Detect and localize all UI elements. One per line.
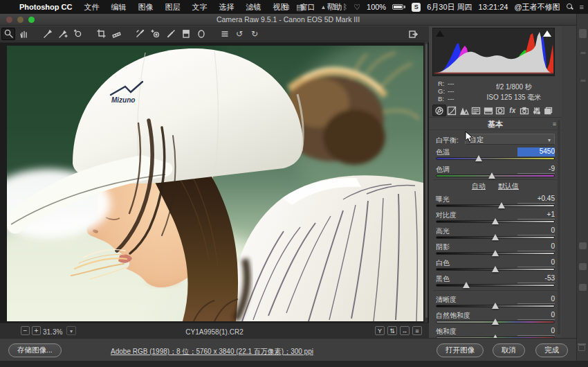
rotate-right-icon[interactable]: ↻ bbox=[248, 28, 261, 40]
white-balance-dropdown[interactable]: 自定 ▾ bbox=[465, 134, 555, 145]
radial-filter-tool-icon[interactable] bbox=[194, 28, 208, 40]
menubar-date[interactable]: 6月30日 周四 bbox=[427, 2, 472, 12]
menu-image[interactable]: 图像 bbox=[138, 2, 153, 12]
chart-icon[interactable]: ▲ bbox=[320, 4, 326, 10]
vibrance-value[interactable]: 0 bbox=[517, 311, 555, 320]
preview-settings-button[interactable]: ≡ bbox=[412, 326, 422, 335]
blacks-track[interactable] bbox=[436, 284, 555, 287]
slider-exposure: 曝光 +0.45 bbox=[436, 195, 555, 210]
tint-track[interactable] bbox=[436, 174, 555, 177]
contrast-value[interactable]: +1 bbox=[517, 211, 555, 220]
heart-icon[interactable]: ♡ bbox=[353, 3, 360, 12]
histogram[interactable] bbox=[432, 28, 555, 76]
temperature-track[interactable] bbox=[436, 157, 555, 160]
app-menu-title[interactable]: Photoshop CC bbox=[19, 3, 72, 11]
exposure-track[interactable] bbox=[436, 204, 555, 207]
whites-track[interactable] bbox=[436, 268, 555, 271]
paw-icon[interactable]: ∴ bbox=[309, 3, 314, 12]
menubar: Photoshop CC 文件 编辑 图像 图层 文字 选择 滤镜 视图 窗口 … bbox=[0, 0, 588, 14]
slider-contrast: 对比度 +1 bbox=[436, 211, 555, 226]
clarity-value[interactable]: 0 bbox=[517, 295, 555, 304]
tab-tone-curve[interactable] bbox=[446, 105, 459, 116]
menu-filter[interactable]: 滤镜 bbox=[246, 2, 261, 12]
preview-scrollbar[interactable] bbox=[424, 42, 428, 323]
adjustment-brush-tool-icon[interactable] bbox=[163, 28, 177, 40]
before-after-vertical-button[interactable]: ⇅ bbox=[387, 326, 397, 335]
workflow-options-link[interactable]: Adobe RGB (1998)；8 位；5760 x 3840 (22.1 百… bbox=[0, 347, 424, 357]
temperature-value[interactable]: 5450 bbox=[517, 147, 555, 156]
targeted-adjustment-tool-icon[interactable] bbox=[71, 28, 84, 40]
shadows-value[interactable]: 0 bbox=[517, 242, 555, 251]
panel-title: 基本 bbox=[429, 119, 562, 129]
open-image-button[interactable]: 打开图像 bbox=[437, 343, 484, 357]
menubar-clock[interactable]: 13:21:24 bbox=[479, 3, 508, 11]
red-eye-tool-icon[interactable] bbox=[148, 28, 162, 40]
menu-file[interactable]: 文件 bbox=[84, 2, 99, 12]
tab-split-toning[interactable] bbox=[482, 105, 495, 116]
graduated-filter-tool-icon[interactable] bbox=[178, 28, 192, 40]
preset-list-icon[interactable] bbox=[217, 28, 231, 40]
tab-snapshots[interactable] bbox=[543, 105, 555, 116]
control-center-icon[interactable]: ≡ bbox=[580, 3, 584, 11]
menu-type[interactable]: 文字 bbox=[192, 2, 207, 12]
panel-scrollbar[interactable] bbox=[558, 120, 560, 334]
zoom-window-button[interactable] bbox=[28, 17, 35, 23]
window-icon[interactable]: ⊞ bbox=[284, 3, 290, 12]
tab-lens-corrections[interactable] bbox=[495, 105, 507, 116]
crop-tool-icon[interactable] bbox=[94, 28, 108, 40]
highlight-clipping-icon[interactable] bbox=[543, 30, 551, 37]
toggle-fullscreen-icon[interactable] bbox=[405, 28, 419, 40]
photo-canvas[interactable]: Mizuno bbox=[7, 46, 423, 321]
g-value: --- bbox=[448, 87, 454, 95]
tab-basic[interactable] bbox=[432, 105, 446, 116]
keyboard-icon[interactable]: ▤ bbox=[296, 3, 303, 12]
zoom-tool-icon[interactable] bbox=[1, 28, 15, 40]
default-link[interactable]: 默认值 bbox=[498, 181, 519, 191]
blacks-value[interactable]: -53 bbox=[517, 274, 555, 283]
image-preview-area[interactable]: Mizuno bbox=[0, 42, 429, 323]
hand-tool-icon[interactable] bbox=[17, 28, 30, 40]
white-balance-tool-icon[interactable] bbox=[40, 28, 54, 40]
shadow-clipping-icon[interactable] bbox=[436, 30, 444, 37]
battery-icon[interactable] bbox=[392, 4, 405, 10]
g-label: G: bbox=[438, 87, 448, 95]
tab-presets[interactable] bbox=[531, 105, 543, 116]
tab-hsl-grayscale[interactable] bbox=[470, 105, 483, 116]
saturation-value[interactable]: 0 bbox=[517, 327, 555, 336]
close-window-button[interactable] bbox=[6, 17, 12, 23]
vibrance-track[interactable] bbox=[436, 321, 555, 323]
exposure-value[interactable]: +0.45 bbox=[517, 195, 555, 204]
preview-toggle-button[interactable]: Y bbox=[375, 326, 385, 335]
color-sampler-tool-icon[interactable] bbox=[55, 28, 69, 40]
straighten-tool-icon[interactable] bbox=[109, 28, 123, 40]
cancel-button[interactable]: 取消 bbox=[493, 343, 525, 357]
search-icon[interactable] bbox=[567, 3, 573, 10]
tab-effects[interactable]: fx bbox=[506, 105, 519, 116]
minimize-window-button[interactable] bbox=[17, 17, 24, 23]
tab-detail[interactable] bbox=[458, 105, 470, 116]
trash-icon[interactable] bbox=[578, 345, 585, 351]
slider-shadows: 阴影 0 bbox=[436, 242, 555, 258]
highlights-track[interactable] bbox=[436, 236, 555, 239]
camera-raw-toolbar: ↺ ↻ bbox=[0, 26, 429, 42]
whites-value[interactable]: 0 bbox=[517, 258, 555, 267]
screen-record-icon[interactable]: S bbox=[412, 3, 421, 12]
dialog-titlebar[interactable]: Camera Raw 9.5.1 - Canon EOS 5D Mark III bbox=[0, 14, 576, 26]
panel-menu-icon[interactable]: ≡ bbox=[553, 120, 556, 127]
clarity-track[interactable] bbox=[436, 305, 555, 307]
bluetooth-icon[interactable]: ᛒ bbox=[343, 3, 348, 11]
menu-layer[interactable]: 图层 bbox=[165, 2, 180, 12]
message-count-icon[interactable]: 1 bbox=[332, 3, 336, 11]
rotate-left-icon[interactable]: ↺ bbox=[232, 28, 246, 40]
shadows-track[interactable] bbox=[436, 252, 555, 255]
auto-link[interactable]: 自动 bbox=[472, 181, 486, 191]
tint-value[interactable]: -9 bbox=[517, 165, 555, 174]
done-button[interactable]: 完成 bbox=[535, 343, 568, 357]
before-after-swap-button[interactable]: ↔ bbox=[400, 326, 410, 335]
tab-camera-calibration[interactable] bbox=[519, 105, 531, 116]
highlights-value[interactable]: 0 bbox=[517, 226, 555, 235]
contrast-track[interactable] bbox=[436, 220, 555, 223]
menu-select[interactable]: 选择 bbox=[219, 2, 234, 12]
spot-removal-tool-icon[interactable] bbox=[133, 28, 147, 40]
menu-edit[interactable]: 编辑 bbox=[111, 2, 126, 12]
